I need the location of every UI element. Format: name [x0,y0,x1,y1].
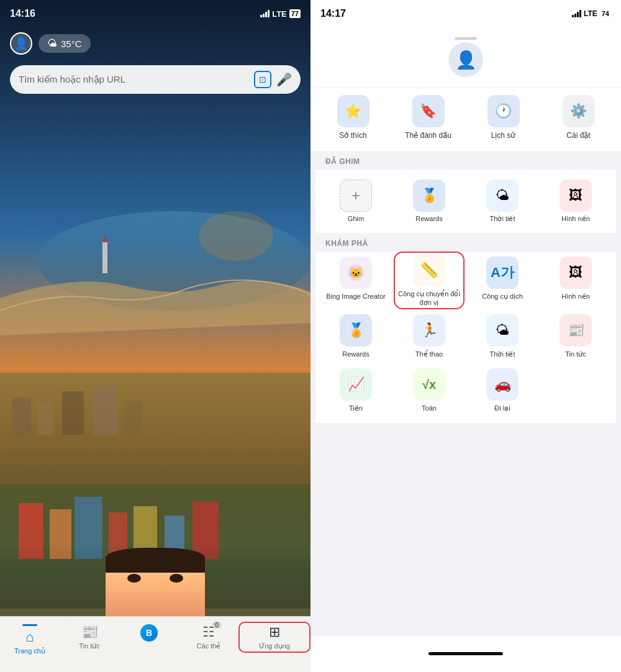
right-bottom-nav [310,635,621,672]
rewards-explore-icon: 🏅 [340,314,372,347]
rewards-pin-label: Rewards [415,215,442,222]
r-signal-bar-2 [574,14,576,17]
nav-apps[interactable]: ⊞ Ứng dụng [238,622,310,653]
wallpaper-pin-icon: 🖼 [560,179,592,212]
left-bottom-nav: ⌂ Trang chủ 📰 Tin tức B ☷ 0 Các thẻ ⊞ Ứn… [0,616,310,672]
left-time: 14:16 [10,8,35,19]
pinned-item-weather[interactable]: 🌤 Thời tiết [467,175,538,228]
sports-icon: 🏃 [413,314,445,347]
home-icon: ⌂ [25,629,34,645]
svg-point-10 [199,211,273,261]
right-lte-label: LTE [584,9,597,18]
signal-bar-2 [263,14,265,17]
nav-news-label: Tin tức [79,642,100,650]
portrait-eye-right [170,574,183,583]
pinned-section-header: ĐÃ GHIM [315,151,616,170]
left-top-content: 👤 🌤 35°C [0,27,310,60]
svg-rect-3 [12,397,31,435]
portrait-eye-left [127,574,141,583]
weather-pill[interactable]: 🌤 35°C [39,34,91,53]
pinned-item-pin[interactable]: + Ghim [320,175,391,228]
explore-finance[interactable]: 📈 Tiền [320,363,391,417]
explore-translate[interactable]: A가 Công cụ dịch [467,252,538,310]
settings-label: Cài đặt [566,131,590,141]
pinned-item-wallpaper[interactable]: 🖼 Hình nền [540,175,611,228]
cloud-icon: 🌤 [47,38,57,49]
weather-explore-icon: 🌤 [486,314,519,347]
left-status-right: LTE 77 [260,9,301,19]
scan-icon[interactable]: ⊡ [254,71,271,88]
mic-icon[interactable]: 🎤 [276,72,292,87]
history-icon: 🕐 [487,95,520,127]
unit-converter-icon: 📏 [413,254,445,286]
explore-weather[interactable]: 🌤 Thời tiết [467,309,538,363]
weather-explore-label: Thời tiết [490,350,515,358]
pinned-wrapper: ĐÃ GHIM + Ghim 🏅 Rewards 🌤 [310,151,621,233]
portrait-face [106,548,205,616]
r-signal-bar-1 [572,15,574,17]
temperature: 35°C [61,39,82,49]
favorites-label: Sở thích [339,131,366,141]
right-signal-bars [572,10,581,17]
bing-creator-label: Bing Image Creator [326,292,385,301]
right-panel: 14:17 LTE 74 👤 ⭐ Sở thích 🔖 [310,0,621,672]
nav-news[interactable]: 📰 Tin tức [60,622,119,650]
rewards-explore-label: Rewards [342,350,369,358]
explore-row-3: 📈 Tiền √x Toán 🚗 Đi lại [320,363,611,417]
nav-bing[interactable]: B [119,622,179,643]
right-scrollable[interactable]: 👤 ⭐ Sở thích 🔖 Thẻ đánh dấu 🕐 Lịch sử ⚙️… [310,27,621,635]
explore-traffic[interactable]: 🚗 Đi lại [467,363,538,417]
explore-section-header: KHÁM PHÁ [315,233,616,252]
bookmarks-icon: 🔖 [412,95,445,127]
quick-action-bookmarks[interactable]: 🔖 Thẻ đánh dấu [397,95,460,141]
explore-rewards[interactable]: 🏅 Rewards [320,309,391,363]
svg-rect-8 [102,242,107,273]
profile-section: 👤 [310,27,621,87]
quick-action-favorites[interactable]: ⭐ Sở thích [322,95,384,141]
svg-rect-6 [93,385,118,435]
bookmarks-label: Thẻ đánh dấu [405,131,451,141]
r-signal-bar-3 [577,12,579,17]
explore-bing-image-creator[interactable]: 🐱 Bing Image Creator [320,252,391,310]
left-status-bar: 14:16 LTE 77 [0,0,310,27]
drag-handle[interactable] [455,37,477,40]
sports-label: Thể thao [415,350,443,358]
explore-wallpaper[interactable]: 🖼 Hình nền [540,252,611,310]
nav-home[interactable]: ⌂ Trang chủ [0,622,60,655]
left-lte-label: LTE [272,9,287,19]
math-label: Toán [422,404,437,412]
explore-wrapper: KHÁM PHÁ 🐱 Bing Image Creator [310,233,621,423]
explore-news[interactable]: 📰 Tin tức [540,309,611,363]
svg-rect-4 [37,404,53,435]
quick-action-settings[interactable]: ⚙️ Cài đặt [548,95,610,141]
pinned-item-rewards[interactable]: 🏅 Rewards [394,175,465,228]
unit-converter-label: Công cụ chuyển đổi đơn vị [396,289,462,307]
finance-icon: 📈 [340,368,372,401]
svg-rect-7 [124,401,142,435]
wallpaper-explore-label: Hình nền [561,292,590,301]
explore-row-2: 🏅 Rewards 🏃 Thể thao 🌤 Thời tiết [320,309,611,363]
explore-sports[interactable]: 🏃 Thể thao [394,309,465,363]
nav-cards[interactable]: ☷ 0 Các thẻ [179,622,238,650]
translate-icon: A가 [486,257,519,289]
signal-bar-4 [268,10,270,17]
finance-label: Tiền [349,404,363,412]
math-icon: √x [413,368,445,401]
explore-unit-converter[interactable]: 📏 Công cụ chuyển đổi đơn vị [394,252,465,310]
translate-label: Công cụ dịch [482,292,523,301]
bing-creator-icon: 🐱 [340,257,372,289]
user-avatar-left[interactable]: 👤 [10,32,32,55]
favorites-icon: ⭐ [337,95,369,127]
profile-avatar[interactable]: 👤 [448,42,483,77]
quick-action-history[interactable]: 🕐 Lịch sử [473,95,535,141]
news-explore-icon: 📰 [560,314,592,347]
explore-math[interactable]: √x Toán [394,363,465,417]
r-signal-bar-4 [579,10,581,17]
search-bar[interactable]: Tìm kiếm hoặc nhập URL ⊡ 🎤 [10,65,301,94]
nav-home-label: Trang chủ [14,647,45,655]
bing-icon: B [140,624,158,642]
portrait-hair [106,548,205,573]
home-indicator [428,652,503,655]
wallpaper-explore-icon: 🖼 [560,257,592,289]
left-panel: 14:16 LTE 77 👤 🌤 35°C Tìm kiếm hoặc nhập… [0,0,310,672]
